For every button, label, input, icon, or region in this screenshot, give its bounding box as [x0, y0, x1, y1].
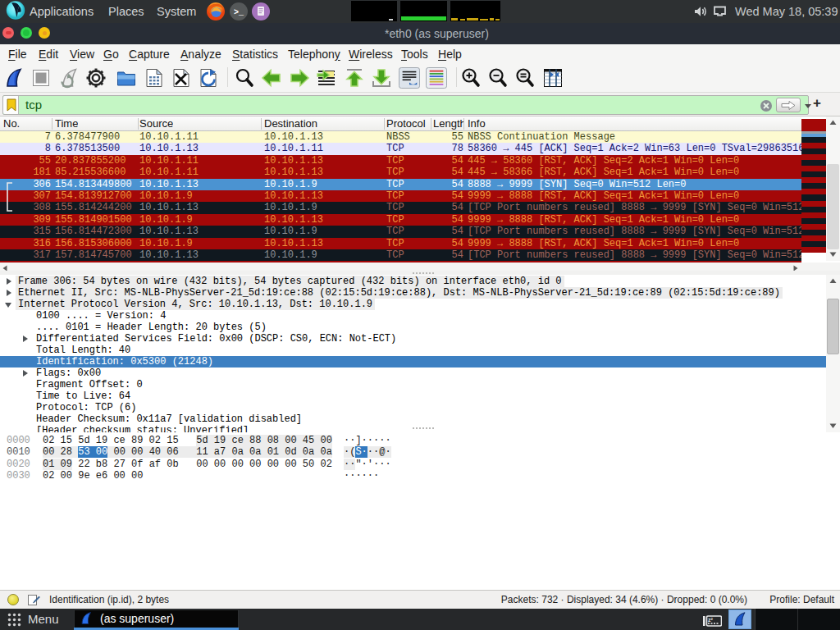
svg-text:z²: z² — [708, 617, 714, 623]
svg-text:>_: >_ — [234, 8, 244, 17]
